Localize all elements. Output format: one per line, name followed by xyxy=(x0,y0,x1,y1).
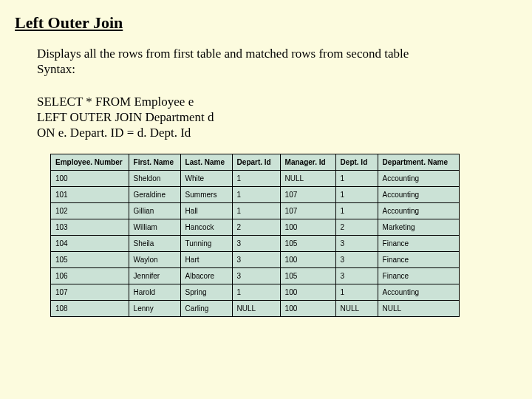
cell: 106 xyxy=(51,268,129,284)
cell: 1 xyxy=(335,187,378,203)
cell: 3 xyxy=(232,252,280,268)
cell: William xyxy=(129,219,180,236)
col-header: Depart. Id xyxy=(232,154,280,171)
cell: Sheila xyxy=(129,236,180,252)
cell: Finance xyxy=(378,252,459,268)
cell: NULL xyxy=(280,171,335,187)
cell: 100 xyxy=(51,171,129,187)
cell: NULL xyxy=(335,301,378,317)
cell: 3 xyxy=(232,268,280,284)
col-header: Manager. Id xyxy=(280,154,335,171)
cell: 1 xyxy=(335,203,378,219)
cell: Finance xyxy=(378,236,459,252)
description-line-2: Syntax: xyxy=(37,62,75,76)
cell: Lenny xyxy=(129,301,180,317)
cell: 101 xyxy=(51,187,129,203)
cell: 105 xyxy=(51,252,129,268)
cell: Hall xyxy=(180,203,232,219)
cell: Hart xyxy=(180,252,232,268)
cell: Accounting xyxy=(378,203,459,219)
description-block: Displays all the rows from first table a… xyxy=(37,46,517,78)
cell: 100 xyxy=(280,301,335,317)
cell: Spring xyxy=(180,284,232,301)
cell: Gillian xyxy=(129,203,180,219)
sql-line-2: LEFT OUTER JOIN Department d xyxy=(37,110,214,124)
table-row: 106 Jennifer Albacore 3 105 3 Finance xyxy=(51,268,460,284)
col-header: Last. Name xyxy=(180,154,232,171)
cell: Hancock xyxy=(180,219,232,236)
table-row: 104 Sheila Tunning 3 105 3 Finance xyxy=(51,236,460,252)
cell: 3 xyxy=(335,268,378,284)
cell: 100 xyxy=(280,284,335,301)
cell: NULL xyxy=(378,301,459,317)
cell: 103 xyxy=(51,219,129,236)
cell: 1 xyxy=(232,171,280,187)
cell: Jennifer xyxy=(129,268,180,284)
cell: Finance xyxy=(378,268,459,284)
cell: 105 xyxy=(280,236,335,252)
cell: Geraldine xyxy=(129,187,180,203)
cell: Accounting xyxy=(378,171,459,187)
cell: Albacore xyxy=(180,268,232,284)
table-row: 108 Lenny Carling NULL 100 NULL NULL xyxy=(51,301,460,317)
table-row: 105 Waylon Hart 3 100 3 Finance xyxy=(51,252,460,268)
cell: Harold xyxy=(129,284,180,301)
cell: 102 xyxy=(51,203,129,219)
cell: Accounting xyxy=(378,187,459,203)
cell: 100 xyxy=(280,252,335,268)
table-row: 103 William Hancock 2 100 2 Marketing xyxy=(51,219,460,236)
table-row: 107 Harold Spring 1 100 1 Accounting xyxy=(51,284,460,301)
cell: 1 xyxy=(335,284,378,301)
cell: Sheldon xyxy=(129,171,180,187)
cell: 3 xyxy=(232,236,280,252)
sql-line-3: ON e. Depart. ID = d. Dept. Id xyxy=(37,126,191,140)
cell: 1 xyxy=(232,284,280,301)
table-row: 101 Geraldine Summers 1 107 1 Accounting xyxy=(51,187,460,203)
cell: 2 xyxy=(232,219,280,236)
cell: 107 xyxy=(51,284,129,301)
cell: 105 xyxy=(280,268,335,284)
cell: 107 xyxy=(280,203,335,219)
table-header-row: Employee. Number First. Name Last. Name … xyxy=(51,154,460,171)
cell: 2 xyxy=(335,219,378,236)
cell: NULL xyxy=(232,301,280,317)
table-row: 100 Sheldon White 1 NULL 1 Accounting xyxy=(51,171,460,187)
col-header: Dept. Id xyxy=(335,154,378,171)
page-title: Left Outer Join xyxy=(15,13,517,33)
cell: 3 xyxy=(335,236,378,252)
cell: 1 xyxy=(232,203,280,219)
cell: Accounting xyxy=(378,284,459,301)
cell: 100 xyxy=(280,219,335,236)
col-header: Department. Name xyxy=(378,154,459,171)
table-row: 102 Gillian Hall 1 107 1 Accounting xyxy=(51,203,460,219)
result-table: Employee. Number First. Name Last. Name … xyxy=(50,154,460,317)
cell: 108 xyxy=(51,301,129,317)
description-line-1: Displays all the rows from first table a… xyxy=(37,47,409,61)
cell: White xyxy=(180,171,232,187)
cell: Tunning xyxy=(180,236,232,252)
cell: Summers xyxy=(180,187,232,203)
cell: 1 xyxy=(335,171,378,187)
cell: 104 xyxy=(51,236,129,252)
sql-block: SELECT * FROM Employee e LEFT OUTER JOIN… xyxy=(37,94,517,141)
cell: 3 xyxy=(335,252,378,268)
cell: Waylon xyxy=(129,252,180,268)
cell: Carling xyxy=(180,301,232,317)
cell: 107 xyxy=(280,187,335,203)
col-header: Employee. Number xyxy=(51,154,129,171)
cell: Marketing xyxy=(378,219,459,236)
cell: 1 xyxy=(232,187,280,203)
sql-line-1: SELECT * FROM Employee e xyxy=(37,95,194,109)
col-header: First. Name xyxy=(129,154,180,171)
